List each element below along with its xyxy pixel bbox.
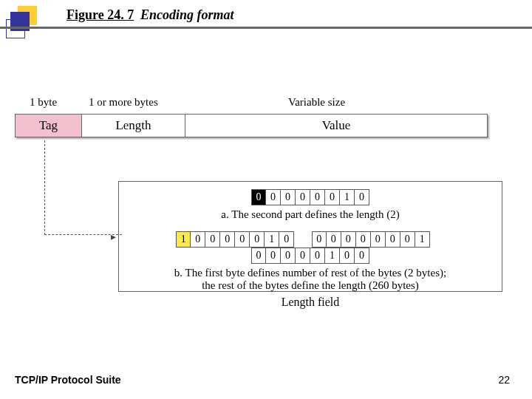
- length-field-caption: Length field: [118, 296, 502, 309]
- tlv-row: Tag Length Value: [15, 114, 488, 137]
- bits-b2: 00000001: [312, 231, 430, 248]
- tlv-diagram: 1 byte 1 or more bytes Variable size Tag…: [15, 96, 502, 137]
- bit-cell: 0: [296, 189, 310, 205]
- bit-cell: 0: [386, 231, 400, 248]
- bit-cell: 0: [251, 248, 266, 264]
- bit-cell: 1: [265, 231, 279, 248]
- bit-cell: 0: [355, 189, 369, 205]
- col-size-tag: 1 byte: [30, 96, 57, 109]
- bits-b3: 00000100: [251, 248, 369, 264]
- bit-cell: 0: [340, 248, 355, 264]
- bit-cell: 0: [325, 189, 340, 205]
- bit-cell: 0: [296, 248, 310, 264]
- bit-cell: 0: [266, 189, 281, 205]
- bit-cell: 0: [355, 248, 369, 264]
- field-tag: Tag: [16, 115, 82, 137]
- bit-cell: 0: [250, 231, 265, 248]
- caption-a: a. The second part defines the length (2…: [119, 208, 502, 221]
- bit-cell: 0: [235, 231, 250, 248]
- bit-cell: 0: [310, 248, 325, 264]
- bit-cell: 0: [341, 231, 356, 248]
- bit-cell: 0: [281, 248, 296, 264]
- bit-cell: 1: [340, 189, 355, 205]
- field-length: Length: [82, 115, 185, 137]
- col-size-value: Variable size: [288, 96, 345, 109]
- figure-title: Encoding format: [140, 7, 234, 23]
- bit-cell: 0: [191, 231, 205, 248]
- bit-cell: 1: [325, 248, 340, 264]
- bit-cell: 0: [266, 248, 281, 264]
- bit-cell: 0: [356, 231, 371, 248]
- bit-cell: 1: [415, 231, 430, 248]
- bit-cell: 0: [281, 189, 296, 205]
- figure-label: Figure 24. 7: [66, 7, 134, 23]
- header-rule: [0, 27, 532, 29]
- bit-cell: 0: [251, 189, 266, 205]
- bit-cell: 0: [310, 189, 325, 205]
- length-field-panel: 00000010 a. The second part defines the …: [118, 181, 502, 292]
- caption-b: b. The first byte defines number of rest…: [119, 267, 502, 292]
- bits-a: 00000010: [251, 189, 369, 205]
- field-value: Value: [185, 115, 487, 137]
- page-number: 22: [498, 374, 510, 386]
- col-size-length: 1 or more bytes: [89, 96, 158, 109]
- dashed-connector: [44, 140, 122, 235]
- bit-cell: 1: [176, 231, 191, 248]
- footer-title: TCP/IP Protocol Suite: [15, 374, 121, 386]
- bits-b1: 10000010: [176, 231, 294, 248]
- bit-cell: 0: [371, 231, 386, 248]
- bit-cell: 0: [205, 231, 220, 248]
- example-a: 00000010 a. The second part defines the …: [119, 189, 502, 221]
- bit-cell: 0: [279, 231, 294, 248]
- example-b: 10000010 00000001 00000100 b. The first …: [119, 231, 502, 292]
- bit-cell: 0: [327, 231, 341, 248]
- bit-cell: 0: [400, 231, 415, 248]
- arrowhead-icon: ▸: [111, 231, 116, 243]
- bit-cell: 0: [220, 231, 235, 248]
- bit-cell: 0: [312, 231, 327, 248]
